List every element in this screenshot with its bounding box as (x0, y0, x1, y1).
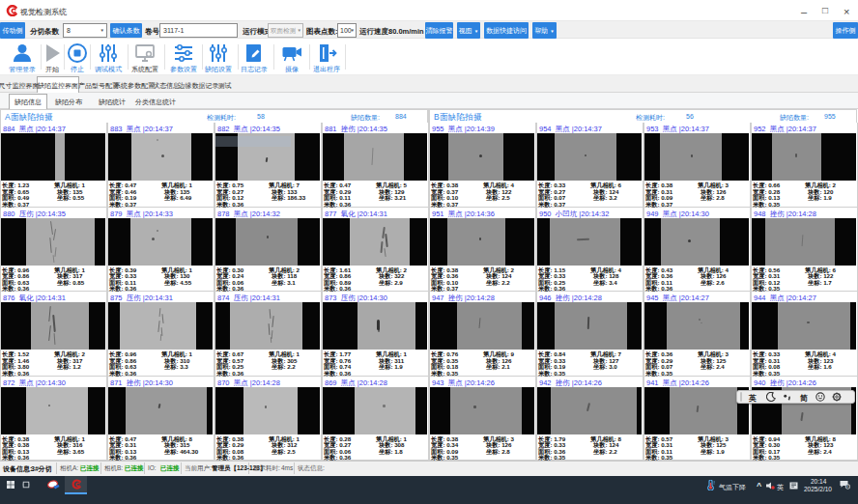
svg-text:6: 6 (847, 485, 849, 489)
